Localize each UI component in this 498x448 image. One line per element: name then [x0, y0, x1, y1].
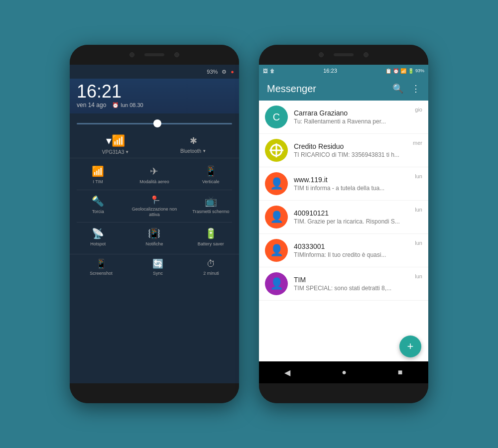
status-left: 🖼 🗑 — [263, 68, 275, 74]
timeout-btn[interactable]: ⏱ 2 minuti — [203, 259, 219, 276]
hotspot-icon: 📡 — [92, 227, 104, 239]
avatar: 👤 — [265, 172, 288, 195]
avatar — [265, 139, 288, 162]
brightness-thumb — [153, 119, 161, 127]
left-phone-top — [70, 45, 239, 65]
list-item[interactable]: 👤 TIM TIM SPECIAL: sono stati detratti 8… — [259, 267, 428, 301]
grid-cast[interactable]: 📺 Trasmetti schermo — [183, 190, 239, 223]
grid-label-location: Geolocalizzazione non attiva — [129, 207, 179, 218]
front-camera — [129, 52, 134, 57]
avatar: 👤 — [265, 272, 288, 295]
signal-icon: 📶 — [92, 165, 104, 177]
avatar: 👤 — [265, 206, 288, 228]
left-phone: 93% ⚙ ● 16:21 ven 14 ago ⏰ lun 08.30 ▾ — [70, 45, 239, 403]
bluetooth-label: Bluetooth ▼ — [180, 148, 206, 154]
battery-pct: 93% — [415, 68, 424, 73]
bluetooth-icon: ✱ — [190, 135, 197, 146]
messenger-toolbar: Messenger 🔍 ⋮ — [259, 77, 428, 101]
status-bar-left: 93% ⚙ ● — [70, 65, 239, 79]
compose-fab[interactable]: + — [399, 336, 421, 357]
right-phone-bottom — [259, 383, 428, 403]
back-button[interactable]: ◀ — [284, 368, 290, 377]
sync-btn[interactable]: 🔄 Sync — [152, 258, 163, 276]
vibrate-icon: 📳 — [148, 227, 160, 239]
screenshot-btn[interactable]: 📱 Screenshot — [90, 258, 113, 276]
grid-airplane[interactable]: ✈ Modalità aereo — [126, 160, 182, 190]
message-time: lun — [415, 207, 422, 213]
message-sender: 400910121 — [294, 209, 411, 217]
speaker — [144, 53, 164, 56]
avatar: 👤 — [265, 239, 288, 262]
settings-icon[interactable]: ⚙ — [222, 69, 227, 75]
status-time: 16:23 — [323, 68, 337, 74]
message-time: lun — [415, 240, 422, 246]
sync-icon: 🔄 — [152, 258, 163, 269]
timeout-label: 2 minuti — [203, 271, 219, 276]
left-phone-bottom — [70, 383, 239, 403]
grid-location[interactable]: 📍̶ Geolocalizzazione non attiva — [126, 190, 182, 223]
message-sender: TIM — [294, 276, 411, 284]
bluetooth-toggle[interactable]: ✱ Bluetooth ▼ — [173, 135, 213, 154]
messages-list: C Carrara Graziano Tu: Rallentamenti a R… — [259, 101, 428, 361]
grid-label-airplane: Modalità aereo — [139, 179, 169, 185]
right-phone: 🖼 🗑 16:23 📋 ⏰ 📶 🔋 93% Messenger 🔍 ⋮ — [259, 45, 428, 403]
list-item[interactable]: 👤 40333001 TIMInforma: Il tuo credito è … — [259, 234, 428, 267]
message-content: 40333001 TIMInforma: Il tuo credito è qu… — [294, 242, 411, 258]
more-vert-icon[interactable]: ⋮ — [411, 83, 420, 94]
status-right: 📋 ⏰ 📶 🔋 93% — [385, 68, 424, 74]
message-content: Carrara Graziano Tu: Rallentamenti a Rav… — [294, 109, 411, 125]
message-sender: www.119.it — [294, 176, 411, 184]
messenger-status-bar: 🖼 🗑 16:23 📋 ⏰ 📶 🔋 93% — [259, 65, 428, 77]
grid-label-hotspot: Hotspot — [90, 241, 106, 247]
grid-portrait[interactable]: 📱 Verticale — [183, 160, 239, 190]
message-preview: TIM SPECIAL: sono stati detratti 8,... — [294, 285, 411, 292]
wifi-icon: ▾📶 — [106, 134, 125, 147]
grid-hotspot[interactable]: 📡 Hotspot — [70, 223, 126, 252]
home-button[interactable]: ● — [342, 368, 347, 377]
list-item[interactable]: C Carrara Graziano Tu: Rallentamenti a R… — [259, 101, 428, 134]
grid-tim[interactable]: 📶 I TIM — [70, 160, 126, 190]
signal-icon-r: 📶 — [400, 68, 406, 74]
message-time: gio — [415, 107, 422, 112]
grid-label-battery: Battery saver — [198, 241, 224, 247]
grid-label-torch: Torcia — [92, 209, 104, 215]
message-preview: Tu: Rallentamenti a Ravenna per... — [294, 118, 411, 125]
notification-shade: 93% ⚙ ● 16:21 ven 14 ago ⏰ lun 08.30 ▾ — [70, 65, 239, 383]
search-icon[interactable]: 🔍 — [392, 83, 403, 94]
grid-battery-saver[interactable]: 🔋 Battery saver — [183, 223, 239, 252]
message-content: Credito Residuo TI RICARICO di TIM: 3356… — [294, 142, 409, 158]
status-gallery-icon: 🖼 — [263, 68, 268, 74]
airplane-icon: ✈ — [150, 165, 158, 177]
message-preview: TIM. Grazie per la ricarica. Rispondi S.… — [294, 218, 411, 225]
grid-label-cast: Trasmetti schermo — [192, 209, 229, 215]
message-sender: 40333001 — [294, 242, 411, 250]
message-time: mer — [413, 140, 422, 146]
wifi-label: VPG31A3 ▼ — [102, 149, 129, 155]
messenger-title: Messenger — [267, 83, 384, 95]
date-text: ven 14 ago — [77, 102, 106, 109]
message-sender: Carrara Graziano — [294, 109, 411, 117]
message-preview: TIM ti informa - a tutela della tua... — [294, 185, 411, 192]
portrait-icon: 📱 — [205, 165, 217, 177]
bottom-strip: 📱 Screenshot 🔄 Sync ⏱ 2 minuti — [70, 254, 239, 280]
recents-button[interactable]: ■ — [398, 368, 403, 377]
grid-label-portrait: Verticale — [202, 179, 220, 185]
list-item[interactable]: Credito Residuo TI RICARICO di TIM: 3356… — [259, 134, 428, 167]
screenshot-label: Screenshot — [90, 271, 113, 276]
list-item[interactable]: 👤 400910121 TIM. Grazie per la ricarica.… — [259, 201, 428, 234]
right-front-camera — [319, 52, 324, 57]
list-item[interactable]: 👤 www.119.it TIM ti informa - a tutela d… — [259, 167, 428, 201]
wifi-toggle[interactable]: ▾📶 VPG31A3 ▼ — [96, 134, 135, 155]
timeout-icon: ⏱ — [207, 259, 216, 269]
grid-torch[interactable]: 🔦 Torcia — [70, 190, 126, 223]
message-time: lun — [415, 173, 422, 179]
grid-notif[interactable]: 📳 Notifiche — [126, 223, 182, 252]
brightness-slider[interactable] — [77, 118, 232, 128]
screenshot-icon: 📱 — [96, 258, 107, 269]
right-phone-top — [259, 45, 428, 65]
message-content: www.119.it TIM ti informa - a tutela del… — [294, 176, 411, 192]
record-icon: ● — [231, 69, 234, 75]
battery-text: 93% — [207, 69, 218, 75]
location-off-icon: 📍̶ — [149, 195, 159, 205]
nav-bar: ◀ ● ■ — [259, 361, 428, 383]
